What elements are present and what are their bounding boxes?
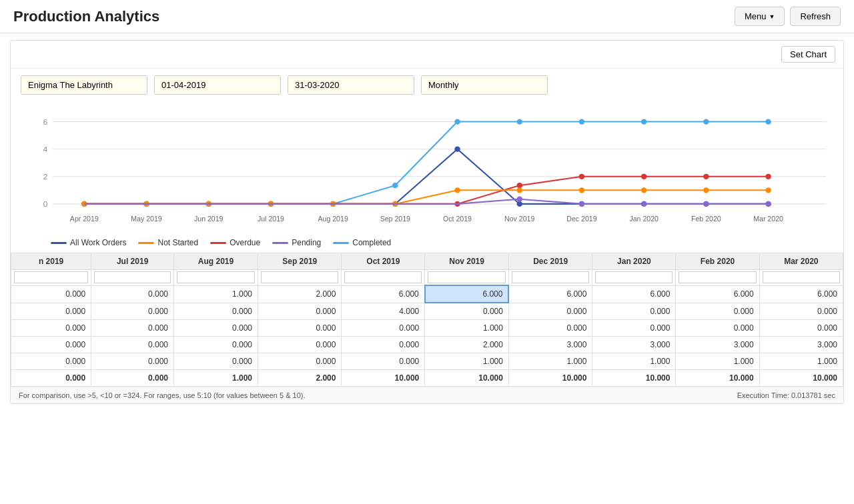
legend-line-all <box>51 242 67 244</box>
svg-point-38 <box>454 147 460 152</box>
svg-point-61 <box>765 187 771 193</box>
filter-input-1[interactable] <box>94 271 171 283</box>
filter-cell <box>508 270 592 286</box>
legend-label-pending: Pending <box>292 238 321 247</box>
svg-point-27 <box>517 119 522 124</box>
svg-point-28 <box>579 119 584 124</box>
table-row: 0.000 0.000 1.000 2.000 6.000 6.000 6.00… <box>11 285 843 303</box>
date-from-filter[interactable] <box>154 75 281 95</box>
col-header-9: Mar 2020 <box>759 253 843 270</box>
chart-area: 6 4 2 0 Apr 2019 May 2019 Jun 2019 Jul 2… <box>11 101 843 235</box>
project-filter[interactable] <box>21 75 147 95</box>
filter-cell <box>592 270 676 286</box>
svg-point-29 <box>641 119 647 124</box>
svg-point-47 <box>641 174 647 179</box>
top-bar: Production Analytics Menu Refresh <box>0 0 854 33</box>
menu-button[interactable]: Menu <box>735 7 785 26</box>
filter-input-9[interactable] <box>763 271 840 283</box>
legend-label-all: All Work Orders <box>70 238 126 247</box>
svg-text:0: 0 <box>43 200 47 208</box>
filter-cell <box>91 270 174 286</box>
filter-cell <box>425 270 509 286</box>
filter-input-row <box>11 270 843 286</box>
svg-text:Dec 2019: Dec 2019 <box>566 215 596 223</box>
execution-time: Execution Time: 0.013781 sec <box>737 391 835 399</box>
svg-text:Mar 2020: Mar 2020 <box>753 215 783 223</box>
legend-line-pending <box>272 242 288 244</box>
svg-point-62 <box>517 197 522 202</box>
data-table: n 2019 Jul 2019 Aug 2019 Sep 2019 Oct 20… <box>11 253 843 387</box>
filter-input-2[interactable] <box>177 271 255 283</box>
filter-input-6[interactable] <box>512 271 589 283</box>
svg-point-25 <box>392 183 398 188</box>
legend-line-completed <box>333 242 349 244</box>
col-header-2: Aug 2019 <box>174 253 258 270</box>
set-chart-button[interactable]: Set Chart <box>781 46 835 63</box>
table-row: 0.000 0.000 0.000 0.000 4.000 0.000 0.00… <box>11 303 843 320</box>
filter-input-0[interactable] <box>14 271 88 283</box>
chart-svg: 6 4 2 0 Apr 2019 May 2019 Jun 2019 Jul 2… <box>21 108 833 231</box>
svg-text:Feb 2020: Feb 2020 <box>691 215 721 223</box>
svg-point-46 <box>579 174 584 179</box>
col-header-0: n 2019 <box>11 253 91 270</box>
table-header-row: n 2019 Jul 2019 Aug 2019 Sep 2019 Oct 20… <box>11 253 843 270</box>
legend-not-started: Not Started <box>138 238 198 247</box>
totals-row: 0.000 0.000 1.000 2.000 10.000 10.000 10… <box>11 370 843 387</box>
svg-text:Jan 2020: Jan 2020 <box>629 215 659 223</box>
set-chart-bar: Set Chart <box>11 41 843 69</box>
svg-point-30 <box>703 119 709 124</box>
period-filter[interactable] <box>421 75 548 95</box>
svg-point-39 <box>517 201 522 207</box>
svg-point-58 <box>579 187 584 193</box>
legend-all-work-orders: All Work Orders <box>51 238 126 247</box>
svg-text:6: 6 <box>43 118 47 126</box>
svg-point-26 <box>454 119 460 124</box>
svg-text:Nov 2019: Nov 2019 <box>504 215 534 223</box>
table-row: 0.000 0.000 0.000 0.000 0.000 1.000 0.00… <box>11 320 843 337</box>
table-row: 0.000 0.000 0.000 0.000 0.000 2.000 3.00… <box>11 337 843 353</box>
legend-line-overdue <box>210 242 226 244</box>
table-row: 0.000 0.000 0.000 0.000 0.000 1.000 1.00… <box>11 353 843 370</box>
filter-cell <box>342 270 425 286</box>
svg-point-65 <box>703 201 709 207</box>
footer-hint: For comparison, use >5, <10 or =324. For… <box>19 391 306 399</box>
footer-bar: For comparison, use >5, <10 or =324. For… <box>11 387 843 403</box>
col-header-3: Sep 2019 <box>258 253 341 270</box>
filter-cell <box>11 270 91 286</box>
legend-overdue: Overdue <box>210 238 260 247</box>
svg-text:Aug 2019: Aug 2019 <box>318 215 348 223</box>
refresh-button[interactable]: Refresh <box>790 7 841 26</box>
filter-input-8[interactable] <box>679 271 756 283</box>
col-header-1: Jul 2019 <box>91 253 174 270</box>
svg-point-64 <box>641 201 647 207</box>
filter-input-4[interactable] <box>344 271 422 283</box>
legend-label-completed: Completed <box>352 238 391 247</box>
filters-row <box>11 69 843 101</box>
svg-point-48 <box>703 174 709 179</box>
svg-text:2: 2 <box>43 173 47 181</box>
svg-point-60 <box>703 187 709 193</box>
col-header-6: Dec 2019 <box>508 253 592 270</box>
svg-text:May 2019: May 2019 <box>131 215 162 223</box>
table-wrapper: n 2019 Jul 2019 Aug 2019 Sep 2019 Oct 20… <box>11 253 843 387</box>
filter-input-5[interactable] <box>428 271 506 283</box>
date-to-filter[interactable] <box>288 75 414 95</box>
legend-line-not-started <box>138 242 154 244</box>
legend-row: All Work Orders Not Started Overdue Pend… <box>11 235 843 253</box>
legend-pending: Pending <box>272 238 321 247</box>
filter-cell <box>759 270 843 286</box>
legend-label-overdue: Overdue <box>230 238 260 247</box>
legend-label-not-started: Not Started <box>157 238 198 247</box>
main-container: Set Chart 6 4 2 0 Apr 2019 May 2019 Jun … <box>10 40 844 404</box>
svg-point-56 <box>454 187 460 193</box>
col-header-7: Jan 2020 <box>592 253 676 270</box>
col-header-8: Feb 2020 <box>676 253 759 270</box>
svg-point-59 <box>641 187 647 193</box>
svg-text:Oct 2019: Oct 2019 <box>443 215 472 223</box>
filter-cell <box>258 270 341 286</box>
filter-input-3[interactable] <box>261 271 338 283</box>
svg-text:Sep 2019: Sep 2019 <box>380 215 410 223</box>
col-header-4: Oct 2019 <box>342 253 425 270</box>
filter-input-7[interactable] <box>595 271 673 283</box>
svg-text:Jun 2019: Jun 2019 <box>194 215 224 223</box>
